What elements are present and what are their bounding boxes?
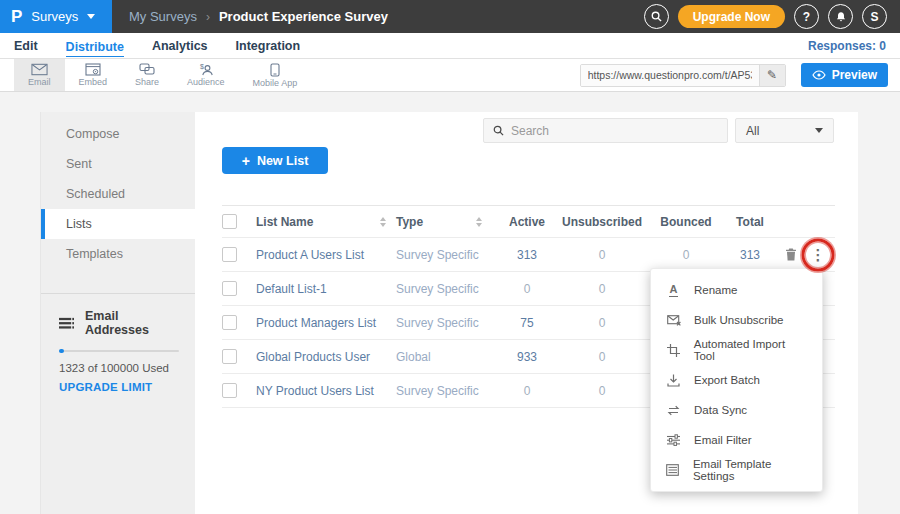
channel-audience[interactable]: $ Audience <box>173 59 239 91</box>
active-count: 0 <box>500 384 554 398</box>
search-input[interactable] <box>511 124 718 138</box>
filter-sliders-icon <box>666 434 681 446</box>
channel-share[interactable]: Share <box>121 59 173 91</box>
upgrade-now-button[interactable]: Upgrade Now <box>678 5 785 28</box>
new-list-button[interactable]: + New List <box>222 147 328 174</box>
menu-item-bulk-unsubscribe[interactable]: Bulk Unsubscribe <box>651 305 822 335</box>
sidebar-item-templates[interactable]: Templates <box>41 239 195 269</box>
sidebar-item-label: Sent <box>66 157 92 171</box>
sidebar-item-lists[interactable]: Lists <box>41 209 195 239</box>
bell-icon <box>835 11 847 23</box>
menu-item-export-batch[interactable]: Export Batch <box>651 365 822 395</box>
row-checkbox[interactable] <box>222 281 237 296</box>
menu-item-automated-import-tool[interactable]: Automated Import Tool <box>651 335 822 365</box>
rename-icon: A <box>666 283 681 296</box>
sidebar-item-compose[interactable]: Compose <box>41 119 195 149</box>
channel-email[interactable]: Email <box>14 59 65 91</box>
list-lines-icon <box>59 317 74 330</box>
unsubscribed-count: 0 <box>554 316 650 330</box>
list-type: Survey Specific <box>396 282 479 296</box>
list-name-link[interactable]: Default List-1 <box>256 282 327 296</box>
chevron-down-icon <box>87 14 95 19</box>
menu-item-email-template-settings[interactable]: Email Template Settings <box>651 455 822 485</box>
sidebar-item-label: Lists <box>66 217 92 231</box>
row-more-options-button[interactable]: ⋮ <box>806 243 830 267</box>
survey-nav-tabs: Edit Distribute Analytics Integration Re… <box>0 33 900 59</box>
email-usage-progress-fill <box>59 349 64 353</box>
import-crop-icon <box>666 344 681 357</box>
email-usage-text: 1323 of 100000 Used <box>59 362 179 374</box>
pencil-icon: ✎ <box>767 68 777 82</box>
upgrade-limit-link[interactable]: UPGRADE LIMIT <box>59 381 179 393</box>
tab-integration[interactable]: Integration <box>236 38 301 53</box>
column-header-list-name[interactable]: List Name <box>256 215 396 229</box>
notifications-button[interactable] <box>828 4 853 29</box>
sort-icon[interactable] <box>476 217 482 227</box>
tab-edit[interactable]: Edit <box>14 38 38 53</box>
sidebar-item-scheduled[interactable]: Scheduled <box>41 179 195 209</box>
account-avatar[interactable]: S <box>862 4 887 29</box>
list-name-link[interactable]: Global Products User <box>256 350 370 364</box>
unsubscribe-envelope-icon <box>666 315 681 326</box>
survey-url-input[interactable] <box>581 65 759 86</box>
content-area: Compose Sent Scheduled Lists Templates E… <box>0 92 900 514</box>
distribute-channel-toolbar: Email Embed Share $ Audience Mobile App … <box>0 59 900 92</box>
responses-count-link[interactable]: Responses: 0 <box>808 39 886 53</box>
preview-button[interactable]: Preview <box>801 63 888 87</box>
audience-person-dollar-icon: $ <box>197 63 214 76</box>
list-actions-context-menu: A Rename Bulk Unsubscribe Automated Impo… <box>650 268 823 492</box>
channel-email-label: Email <box>28 77 51 87</box>
list-name-link[interactable]: Product A Users List <box>256 248 364 262</box>
row-checkbox[interactable] <box>222 349 237 364</box>
sidebar-menu: Compose Sent Scheduled Lists Templates <box>41 112 195 269</box>
breadcrumb-my-surveys[interactable]: My Surveys <box>129 9 197 24</box>
filter-selected-value: All <box>746 124 759 138</box>
delete-list-button[interactable] <box>785 248 797 261</box>
menu-item-label: Email Filter <box>694 434 752 446</box>
unsubscribed-count: 0 <box>554 384 650 398</box>
channel-mobile-app-label: Mobile App <box>253 78 298 88</box>
sidebar-item-label: Templates <box>66 247 123 261</box>
row-checkbox[interactable] <box>222 315 237 330</box>
channel-mobile-app[interactable]: Mobile App <box>239 59 312 91</box>
tab-distribute[interactable]: Distribute <box>66 39 124 58</box>
embed-window-icon <box>85 63 101 76</box>
menu-item-rename[interactable]: A Rename <box>651 275 822 305</box>
channel-embed[interactable]: Embed <box>65 59 122 91</box>
row-checkbox[interactable] <box>222 383 237 398</box>
edit-url-button[interactable]: ✎ <box>759 65 785 86</box>
active-count: 0 <box>500 282 554 296</box>
total-count[interactable]: 313 <box>722 248 778 262</box>
menu-item-label: Export Batch <box>694 374 760 386</box>
active-count[interactable]: 933 <box>500 350 554 364</box>
global-search-button[interactable] <box>644 4 669 29</box>
survey-url-box: ✎ <box>580 64 786 87</box>
list-type: Survey Specific <box>396 316 479 330</box>
list-name-link[interactable]: NY Product Users List <box>256 384 374 398</box>
menu-item-email-filter[interactable]: Email Filter <box>651 425 822 455</box>
row-checkbox[interactable] <box>222 247 237 262</box>
active-count[interactable]: 313 <box>500 248 554 262</box>
list-type-filter-dropdown[interactable]: All <box>735 118 834 143</box>
svg-text:$: $ <box>200 63 204 70</box>
survey-url-area: ✎ Preview <box>580 59 900 91</box>
sidebar-item-sent[interactable]: Sent <box>41 149 195 179</box>
column-header-active: Active <box>500 215 554 229</box>
sort-icon[interactable] <box>380 217 386 227</box>
active-count[interactable]: 75 <box>500 316 554 330</box>
column-header-type[interactable]: Type <box>396 215 500 229</box>
export-download-icon <box>666 374 681 387</box>
tab-analytics[interactable]: Analytics <box>152 38 208 53</box>
table-row: Product A Users List Survey Specific 313… <box>222 238 835 272</box>
select-all-checkbox[interactable] <box>222 214 237 229</box>
sync-repeat-icon <box>666 405 681 416</box>
trash-icon <box>785 248 797 261</box>
help-button[interactable]: ? <box>794 4 819 29</box>
list-name-link[interactable]: Product Managers List <box>256 316 376 330</box>
menu-item-data-sync[interactable]: Data Sync <box>651 395 822 425</box>
list-type: Survey Specific <box>396 248 479 262</box>
column-header-unsubscribed: Unsubscribed <box>554 215 650 229</box>
surveys-menu[interactable]: P Surveys <box>0 0 112 33</box>
menu-item-label: Rename <box>694 284 737 296</box>
unsubscribed-count: 0 <box>554 350 650 364</box>
